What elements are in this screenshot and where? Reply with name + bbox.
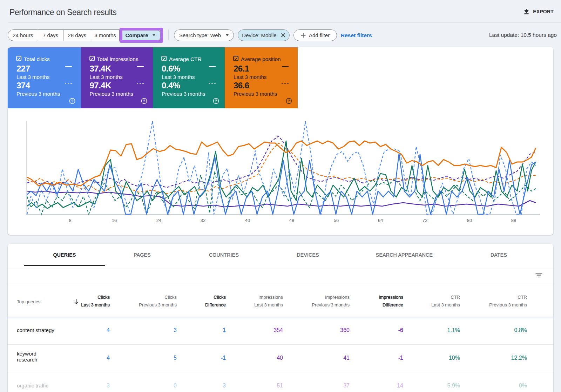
svg-text:88: 88 [511, 218, 516, 223]
svg-text:56: 56 [334, 218, 339, 223]
svg-text:80: 80 [467, 218, 472, 223]
svg-text:8: 8 [69, 218, 71, 223]
svg-text:16: 16 [112, 218, 117, 223]
svg-text:?: ? [215, 99, 217, 103]
svg-text:?: ? [143, 99, 145, 103]
svg-text:72: 72 [423, 218, 427, 223]
svg-text:?: ? [288, 99, 290, 103]
svg-text:32: 32 [201, 218, 205, 223]
svg-text:?: ? [71, 99, 73, 103]
svg-text:64: 64 [378, 218, 383, 223]
svg-text:40: 40 [245, 218, 250, 223]
svg-text:48: 48 [289, 218, 294, 223]
svg-text:24: 24 [156, 218, 161, 223]
